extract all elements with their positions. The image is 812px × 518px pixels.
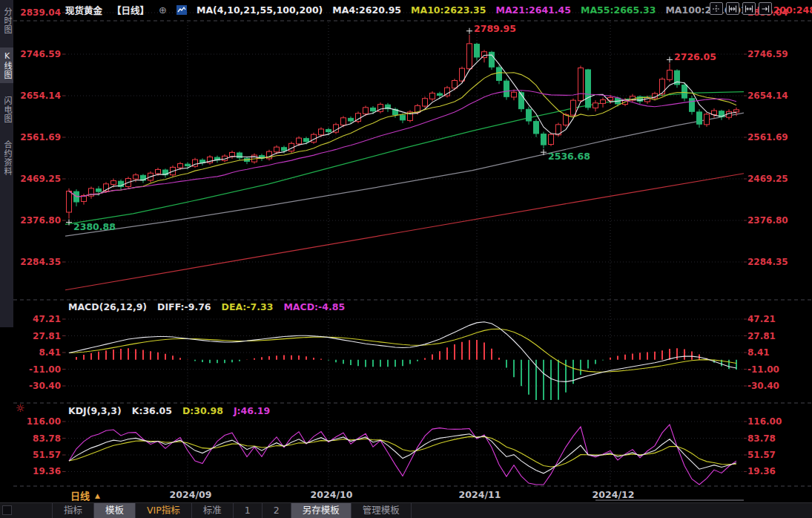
- timeframe-tag[interactable]: 日线 ▲: [70, 488, 100, 502]
- ma-slow-lines: [65, 92, 744, 290]
- svg-text:2839.04: 2839.04: [20, 7, 61, 18]
- chart-header: 现货黄金 【日线】 ⊕ MA(4,10,21,55,100,200) MA4:2…: [65, 0, 812, 19]
- pan-tool-icon[interactable]: [710, 2, 723, 15]
- chart-canvas[interactable]: 2839.042839.042746.592746.592654.142654.…: [0, 0, 812, 518]
- svg-text:116.00: 116.00: [747, 416, 782, 427]
- kdj-j-value: J:46.19: [234, 405, 270, 416]
- tab-0[interactable]: 指标: [52, 503, 94, 518]
- expand-x-icon[interactable]: [742, 2, 756, 15]
- svg-text:47.21: 47.21: [747, 314, 776, 324]
- svg-text:51.57: 51.57: [33, 450, 61, 460]
- ma200-line: [65, 174, 744, 290]
- svg-text:8.41: 8.41: [39, 347, 61, 358]
- svg-text:-11.00: -11.00: [747, 364, 779, 375]
- macd-header: MACD(26,12,9) DIFF:-9.76 DEA:-7.33 MACD:…: [68, 301, 345, 312]
- svg-text:2376.80: 2376.80: [747, 215, 788, 226]
- tab-1[interactable]: 模板: [94, 503, 136, 518]
- svg-text:27.81: 27.81: [747, 331, 776, 341]
- ma55-line: [65, 92, 744, 225]
- compress-x-icon[interactable]: [726, 2, 739, 15]
- left-sidebar: 分时图K线图闪电图合约资料: [0, 0, 13, 327]
- price-annotation-3: 2380.88: [73, 221, 116, 232]
- goto-latest-icon[interactable]: [759, 2, 772, 15]
- price-annotation-2: 2536.68: [548, 151, 590, 162]
- date-label: 2024/10: [311, 489, 353, 500]
- toolbar-tabs: 指标模板VIP指标标准12另存模板管理模板: [52, 503, 412, 518]
- svg-text:19.36: 19.36: [747, 466, 776, 476]
- ma-value-0: MA4:2620.95: [332, 4, 401, 16]
- svg-text:116.00: 116.00: [27, 416, 61, 427]
- tab-2[interactable]: VIP指标: [136, 503, 192, 518]
- ma4-line: [69, 55, 736, 197]
- svg-text:2469.25: 2469.25: [20, 174, 61, 184]
- window-icon[interactable]: [2, 505, 12, 515]
- ma-value-2: MA21:2641.45: [496, 4, 571, 16]
- price-annotation-0: 2789.95: [474, 23, 516, 34]
- svg-text:-11.00: -11.00: [29, 364, 61, 375]
- svg-text:27.81: 27.81: [33, 331, 61, 341]
- date-label: 2024/09: [170, 489, 212, 500]
- mini-chart-icon[interactable]: [176, 5, 187, 15]
- svg-text:2561.69: 2561.69: [747, 132, 788, 142]
- kdj-name: KDJ(9,3,3): [68, 405, 122, 416]
- svg-text:2654.14: 2654.14: [747, 91, 788, 101]
- kdj-d-value: D:30.98: [182, 405, 223, 416]
- sidebar-item-1[interactable]: K线图: [0, 47, 13, 83]
- indicator-settings-icon[interactable]: ☼: [16, 403, 25, 414]
- svg-text:2469.25: 2469.25: [747, 174, 788, 184]
- svg-text:2376.80: 2376.80: [20, 215, 61, 226]
- candlestick-series: [67, 35, 739, 219]
- extreme-markers: [66, 28, 673, 226]
- kdj-header: KDJ(9,3,3) K:36.05 D:30.98 J:46.19: [68, 405, 270, 416]
- ma-value-1: MA10:2623.35: [411, 4, 486, 16]
- tab-5[interactable]: 2: [263, 503, 291, 518]
- svg-text:2284.35: 2284.35: [20, 257, 61, 267]
- macd-macd-value: MACD:-4.85: [283, 301, 345, 312]
- sidebar-item-2[interactable]: 闪电图: [0, 93, 13, 127]
- sidebar-item-3[interactable]: 合约资料: [0, 137, 13, 180]
- chart-toolbar: [710, 2, 772, 15]
- macd-dea-value: DEA:-7.33: [222, 301, 274, 312]
- period-label[interactable]: 【日线】: [112, 3, 149, 17]
- sidebar-item-0[interactable]: 分时图: [0, 4, 13, 38]
- collapse-icon: ▲: [95, 492, 100, 499]
- svg-text:2654.14: 2654.14: [20, 91, 61, 101]
- tab-3[interactable]: 标准: [192, 503, 234, 518]
- svg-text:-30.40: -30.40: [747, 381, 779, 391]
- tab-7[interactable]: 管理模板: [351, 503, 412, 518]
- svg-text:2561.69: 2561.69: [20, 132, 61, 142]
- tab-6[interactable]: 另存模板: [291, 503, 351, 518]
- kdj-k-value: K:36.05: [132, 405, 172, 416]
- bottom-toolbar: 指标模板VIP指标标准12另存模板管理模板: [0, 502, 812, 518]
- ma10-line: [69, 73, 736, 197]
- svg-text:19.36: 19.36: [33, 466, 61, 476]
- ma-fast-lines: [69, 55, 736, 197]
- tab-4[interactable]: 1: [234, 503, 263, 518]
- svg-text:8.41: 8.41: [747, 347, 770, 358]
- svg-text:47.21: 47.21: [33, 314, 61, 324]
- svg-text:83.78: 83.78: [33, 433, 61, 444]
- ma-settings-label: MA(4,10,21,55,100,200): [197, 4, 323, 16]
- axis-labels: 2839.042839.042746.592746.592654.142654.…: [20, 7, 788, 500]
- svg-text:-30.40: -30.40: [29, 381, 61, 391]
- date-label: 2024/11: [459, 489, 501, 500]
- price-annotation-1: 2726.05: [674, 51, 716, 62]
- svg-text:51.57: 51.57: [747, 450, 776, 460]
- macd-name: MACD(26,12,9): [68, 301, 147, 312]
- add-indicator-icon[interactable]: ⊕: [159, 5, 167, 15]
- app-window: 2839.042839.042746.592746.592654.142654.…: [0, 0, 812, 518]
- macd-diff-value: DIFF:-9.76: [157, 301, 211, 312]
- svg-text:2284.35: 2284.35: [747, 257, 788, 267]
- date-label: 2024/12: [593, 489, 635, 500]
- svg-text:2746.59: 2746.59: [747, 49, 788, 59]
- timeframe-label: 日线: [70, 488, 90, 502]
- svg-text:83.78: 83.78: [747, 433, 776, 444]
- svg-text:2746.59: 2746.59: [20, 49, 61, 59]
- ma21-line: [69, 91, 736, 197]
- instrument-title: 现货黄金: [65, 3, 102, 17]
- ma-value-3: MA55:2665.33: [581, 4, 656, 16]
